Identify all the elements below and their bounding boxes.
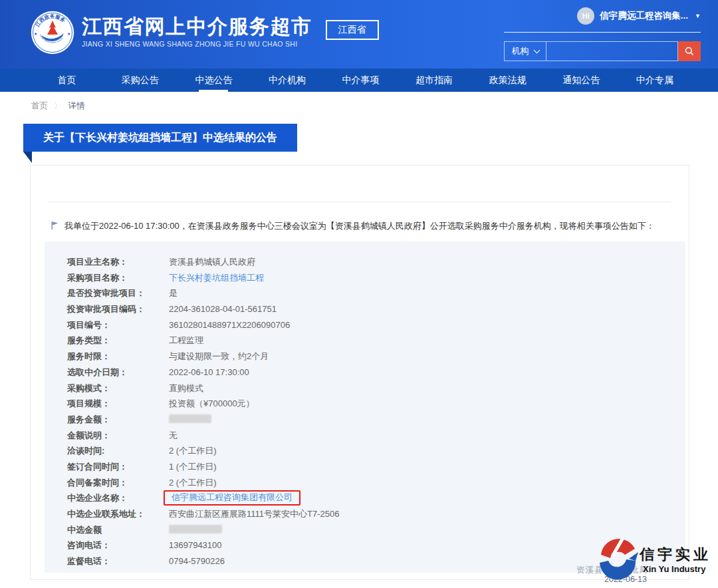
svg-text:★: ★ bbox=[67, 32, 70, 36]
chevron-down-icon bbox=[533, 47, 540, 54]
search-category-select[interactable]: 机构 bbox=[504, 41, 546, 61]
field-label: 项目规模： bbox=[67, 396, 110, 412]
announcement-text: 我单位于2022-06-10 17:30:00，在资溪县政务服务中心三楼会议室为… bbox=[64, 220, 655, 231]
nav-item[interactable]: 首页 bbox=[30, 69, 104, 92]
nav-item-label: 中选公告 bbox=[195, 74, 232, 86]
svg-text:★: ★ bbox=[34, 32, 37, 36]
site-logo-icon: 江西政务服务 Jiangxi Administrative Service ★ … bbox=[31, 11, 74, 55]
page-title-banner: 关于【下长兴村姜坑组挡墙工程】中选结果的公告 bbox=[23, 124, 297, 152]
detail-row: 服务时限：与建设期限一致，约2个月 bbox=[45, 349, 685, 365]
nav-item[interactable]: 中介机构 bbox=[251, 69, 324, 92]
field-value: 下长兴村姜坑组挡墙工程 bbox=[169, 270, 264, 286]
detail-row: 服务类型：工程监理 bbox=[45, 333, 685, 349]
field-value bbox=[169, 412, 211, 428]
nav-item[interactable]: 中选公告 bbox=[177, 69, 251, 92]
detail-row: 项目业主名称：资溪县鹤城镇人民政府 bbox=[45, 254, 685, 270]
highlight-red-box: 信宇腾远工程咨询集团有限公司 bbox=[164, 490, 300, 506]
detail-row: 中选金额 bbox=[45, 522, 685, 538]
search-category-label: 机构 bbox=[512, 45, 529, 57]
user-menu[interactable]: Hi 信宇腾远工程咨询集... ▼ bbox=[504, 7, 701, 25]
field-label: 服务金额： bbox=[67, 412, 110, 428]
detail-row: 是否投资审批项目：是 bbox=[45, 285, 685, 301]
nav-item-label: 中介机构 bbox=[269, 74, 306, 86]
detail-row: 服务金额： bbox=[45, 412, 685, 428]
region-badge[interactable]: 江西省 bbox=[326, 20, 379, 40]
breadcrumb-separator: 〉 bbox=[54, 100, 62, 112]
field-label: 选取中介日期： bbox=[67, 365, 128, 380]
field-label: 采购项目名称： bbox=[67, 270, 128, 286]
detail-row: 项目规模：投资额（¥700000元） bbox=[45, 396, 685, 412]
breadcrumb-link[interactable]: 首页 bbox=[31, 100, 48, 112]
main-nav: 首页采购公告中选公告中介机构中介事项超市指南政策法规通知公告中介专属 bbox=[0, 69, 718, 92]
search-input[interactable] bbox=[546, 41, 678, 61]
redacted-value bbox=[169, 414, 211, 423]
nav-item-label: 通知公告 bbox=[562, 74, 600, 86]
flag-icon bbox=[51, 221, 59, 233]
detail-row: 选取中介日期：2022-06-10 17:30:00 bbox=[45, 365, 685, 380]
field-label: 中选企业名称： bbox=[67, 490, 128, 506]
detail-row: 咨询电话：13697943100 bbox=[45, 537, 685, 553]
field-label: 服务类型： bbox=[67, 333, 110, 349]
nav-item[interactable]: 政策法规 bbox=[471, 69, 544, 92]
field-value: 直购模式 bbox=[169, 380, 203, 396]
search-bar: 机构 bbox=[504, 41, 701, 61]
nav-item-label: 中介事项 bbox=[342, 74, 380, 86]
nav-item-label: 采购公告 bbox=[122, 74, 159, 86]
site-title: 江西省网上中介服务超市 bbox=[82, 16, 312, 37]
field-value: 2 (个工作日) bbox=[169, 475, 217, 491]
detail-panel: 项目业主名称：资溪县鹤城镇人民政府采购项目名称：下长兴村姜坑组挡墙工程是否投资审… bbox=[45, 241, 685, 573]
field-label: 项目编号： bbox=[67, 317, 110, 333]
detail-row: 合同备案时间：2 (个工作日) bbox=[45, 475, 685, 491]
detail-row: 中选企业名称：信宇腾远工程咨询集团有限公司 bbox=[45, 490, 685, 506]
field-label: 中选金额 bbox=[67, 522, 102, 538]
nav-item[interactable]: 中介专属 bbox=[618, 69, 692, 92]
field-value: 13697943100 bbox=[169, 537, 222, 553]
breadcrumb: 首页〉详情 bbox=[31, 100, 85, 112]
field-value: 投资额（¥700000元） bbox=[169, 396, 255, 412]
detail-row: 签订合同时间：1 (个工作日) bbox=[45, 459, 685, 475]
field-value: 信宇腾远工程咨询集团有限公司 bbox=[169, 490, 300, 506]
site-header: 江西政务服务 Jiangxi Administrative Service ★ … bbox=[0, 0, 718, 69]
xinyu-brand-name-en: Xin Yu Industry bbox=[643, 564, 705, 574]
nav-item[interactable]: 采购公告 bbox=[104, 69, 178, 92]
field-value-link[interactable]: 下长兴村姜坑组挡墙工程 bbox=[169, 273, 264, 283]
field-label: 监督电话： bbox=[67, 553, 110, 569]
field-label: 中选企业联系地址： bbox=[67, 506, 145, 522]
user-divider bbox=[504, 32, 701, 33]
nav-item[interactable]: 通知公告 bbox=[544, 69, 618, 92]
nav-item[interactable]: 超市指南 bbox=[398, 69, 471, 92]
field-value bbox=[169, 522, 222, 538]
content-card: 我单位于2022-06-10 17:30:00，在资溪县政务服务中心三楼会议室为… bbox=[30, 165, 689, 580]
field-value: 2022-06-10 17:30:00 bbox=[169, 365, 249, 380]
field-value-link[interactable]: 信宇腾远工程咨询集团有限公司 bbox=[172, 492, 293, 502]
field-label: 采购模式： bbox=[67, 380, 110, 396]
announcement-intro: 我单位于2022-06-10 17:30:00，在资溪县政务服务中心三楼会议室为… bbox=[51, 220, 669, 233]
field-label: 服务时限： bbox=[67, 349, 110, 365]
detail-row: 采购模式：直购模式 bbox=[45, 380, 685, 396]
field-value: 1 (个工作日) bbox=[169, 459, 217, 475]
nav-item-label: 政策法规 bbox=[489, 74, 527, 86]
field-value: 2204-361028-04-01-561751 bbox=[169, 301, 277, 317]
xinyu-brand-name: 信宇实业 bbox=[640, 545, 711, 565]
field-label: 合同备案时间： bbox=[67, 475, 128, 491]
field-value: 西安曲江新区雁展路1111号莱安中心T7-2506 bbox=[169, 506, 339, 522]
brand-text: 江西省网上中介服务超市 JIANG XI SHENG WANG SHANG ZH… bbox=[82, 16, 312, 48]
nav-item[interactable]: 中介事项 bbox=[324, 69, 398, 92]
avatar[interactable]: Hi bbox=[577, 7, 594, 25]
nav-item-label: 中介专属 bbox=[636, 74, 673, 86]
field-value: 36102801488971X2206090706 bbox=[169, 317, 290, 333]
brand: 江西政务服务 Jiangxi Administrative Service ★ … bbox=[31, 11, 379, 55]
field-label: 是否投资审批项目： bbox=[67, 285, 145, 301]
field-value: 与建设期限一致，约2个月 bbox=[169, 349, 269, 365]
detail-row: 项目编号：36102801488971X2206090706 bbox=[45, 317, 685, 333]
caret-down-icon: ▼ bbox=[695, 13, 701, 19]
xinyu-logo-icon bbox=[598, 539, 639, 580]
field-label: 签订合同时间： bbox=[67, 459, 128, 475]
search-button[interactable] bbox=[678, 41, 701, 61]
field-value: 是 bbox=[169, 285, 178, 301]
field-label: 洽谈时间: bbox=[67, 443, 104, 459]
banner-fold bbox=[23, 152, 32, 163]
redacted-value bbox=[169, 525, 222, 533]
breadcrumb-current: 详情 bbox=[68, 100, 85, 112]
detail-row: 中选企业联系地址：西安曲江新区雁展路1111号莱安中心T7-2506 bbox=[45, 506, 685, 522]
